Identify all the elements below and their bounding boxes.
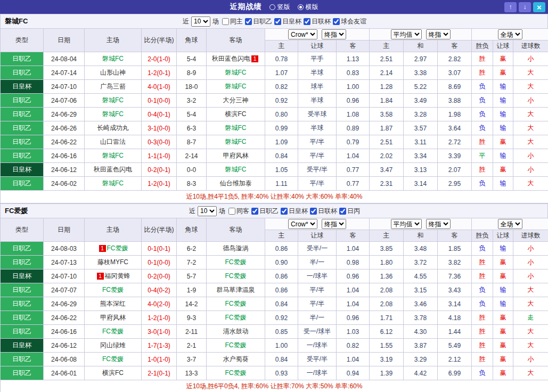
handicap-odds-away: 0.82	[337, 339, 370, 353]
odds-source-select[interactable]: 终指	[322, 29, 346, 39]
avg-odds-away: 7.36	[438, 270, 472, 283]
matches-table: 类型日期主场比分(半场)角球客场Crow*终指平均值终指全场主让球客主和客胜负让…	[0, 28, 548, 203]
match-count-select[interactable]: 10	[198, 206, 217, 216]
scroll-up-button[interactable]: ↑	[504, 2, 517, 12]
avg-odds-away: 2.07	[438, 163, 472, 177]
match-count-select[interactable]: 10	[191, 17, 210, 27]
window-title: 近期战绩	[230, 2, 262, 12]
handicap-odds-away: 0.94	[337, 366, 370, 380]
date-cell: 24-08-03	[44, 242, 85, 256]
home-team-cell: 甲府风林	[85, 311, 142, 325]
result-handicap: 输	[493, 94, 513, 108]
handicap-line: 球半	[298, 80, 337, 94]
corner-cell: 6-3	[177, 121, 207, 135]
odds-source-select[interactable]: 全场	[498, 219, 522, 229]
column-header: 比分(半场)	[142, 29, 177, 52]
league-filter-checkbox-box[interactable]	[304, 18, 310, 25]
odds-source-select[interactable]: Crow*	[288, 219, 317, 229]
odds-source-select[interactable]: 终指	[426, 219, 451, 229]
home-team-cell: FC爱媛	[85, 283, 142, 297]
league-filter-checkbox[interactable]: 日职乙	[245, 17, 272, 26]
league-filter-checkbox-box[interactable]	[251, 208, 258, 215]
same-venue-checkbox-box[interactable]	[222, 18, 229, 25]
close-button[interactable]: ×	[533, 2, 545, 12]
league-cell: 日职乙	[1, 177, 44, 191]
result-goals: 小	[513, 256, 548, 270]
score-cell: 0-2(0-1)	[142, 163, 177, 177]
score-cell: 2-0(1-0)	[142, 52, 177, 66]
league-filter-checkbox-box[interactable]	[274, 18, 281, 25]
date-cell: 24-06-16	[44, 325, 85, 339]
score-cell: 0-1(0-0)	[142, 94, 177, 108]
league-filter-checkbox-box[interactable]	[281, 208, 288, 215]
handicap-odds-home: 0.86	[265, 242, 298, 256]
same-venue-checkbox[interactable]: 同主	[222, 17, 243, 26]
league-filter-checkbox[interactable]: 日联杯	[304, 17, 331, 26]
avg-odds-home: 2.51	[370, 52, 404, 66]
sub-column-header: 进球数	[513, 40, 548, 52]
odds-source-select[interactable]: 全场	[498, 29, 522, 39]
section-filter-bar: FC爱媛近10场同客日职乙日皇杯日联杯日丙	[0, 203, 548, 218]
summary-text: 近10场,胜4平1负5, 胜率:40% 让胜率:40% 大率:60% 单率:40…	[1, 191, 548, 203]
handicap-odds-away: 0.77	[337, 177, 370, 191]
league-cell: 日职乙	[1, 366, 44, 380]
avg-odds-away: 3.14	[438, 297, 472, 311]
score-cell: 1-0(1-0)	[142, 353, 177, 366]
score-cell: 0-1(0-0)	[142, 256, 177, 270]
league-filter-checkbox-box[interactable]	[310, 208, 317, 215]
avg-odds-draw: 3.48	[404, 242, 438, 256]
result-goals: 大	[513, 80, 548, 94]
odds-source-select[interactable]: 终指	[426, 29, 451, 39]
away-team-cell: 水户蜀葵	[207, 353, 265, 366]
league-filter-checkbox[interactable]: 日丙	[339, 207, 360, 216]
league-filter-checkbox[interactable]: 球会友谊	[333, 17, 366, 26]
layout-radio-horizontal[interactable]: 横版	[298, 3, 318, 12]
layout-radio-vertical[interactable]: 竖版	[269, 3, 290, 12]
sub-column-header: 让球	[493, 230, 513, 242]
avg-odds-draw: 2.97	[404, 52, 438, 66]
avg-odds-away: 3.88	[438, 94, 472, 108]
home-team-cell: 山形山神	[85, 66, 142, 80]
match-row: 日职乙24-06-01横滨FC2-1(0-1)13-3FC爱媛0.93一/球半0…	[1, 366, 548, 380]
scroll-down-button[interactable]: ↓	[519, 2, 531, 12]
avg-odds-away: 6.99	[438, 366, 472, 380]
handicap-odds-home: 0.90	[265, 256, 298, 270]
column-header: 客场	[207, 218, 265, 242]
handicap-line: 一/球半	[298, 270, 337, 283]
result-handicap: 输	[493, 108, 513, 121]
away-team-cell: FC爱媛	[207, 256, 265, 270]
home-team-cell: 秋田蓝色闪电	[85, 163, 142, 177]
result-wdl: 负	[472, 80, 493, 94]
column-header: 比分(半场)	[142, 218, 177, 242]
odds-source-select[interactable]: 平均值	[391, 219, 422, 229]
away-team-cell: FC爱媛	[207, 297, 265, 311]
avg-odds-home: 2.08	[370, 283, 404, 297]
same-venue-checkbox[interactable]: 同客	[228, 207, 249, 216]
odds-source-select[interactable]: 终指	[322, 219, 346, 229]
result-goals: 小	[513, 149, 548, 163]
league-filter-checkbox-box[interactable]	[339, 208, 346, 215]
league-filter-checkbox-box[interactable]	[333, 18, 340, 25]
league-filter-checkbox[interactable]: 日职乙	[251, 207, 279, 216]
home-team-cell: 磐城FC	[85, 52, 142, 66]
away-team-cell: 磐城FC	[207, 66, 265, 80]
avg-odds-away: 3.82	[438, 256, 472, 270]
league-cell: 日职乙	[1, 283, 44, 297]
home-team-cell: 1FC爱媛	[85, 242, 142, 256]
titlebar-buttons: ↑ ↓ ×	[504, 2, 548, 12]
corner-cell: 7-2	[177, 256, 207, 270]
league-filter-checkbox[interactable]: 日联杯	[310, 207, 337, 216]
league-filter-checkbox-box[interactable]	[245, 18, 252, 25]
league-filter-checkbox[interactable]: 日皇杯	[274, 17, 301, 26]
team-label: 磐城FC	[225, 83, 247, 90]
odds-source-select[interactable]: Crow*	[288, 29, 317, 39]
team-label: 磐城FC	[225, 69, 247, 76]
league-cell: 日职乙	[1, 94, 44, 108]
match-row: 日职乙24-07-06磐城FC0-1(0-0)3-2大分三神0.92半球0.96…	[1, 94, 548, 108]
corner-cell: 3-7	[177, 353, 207, 366]
odds-source-select[interactable]: 平均值	[391, 29, 422, 39]
away-team-cell: FC爱媛	[207, 339, 265, 353]
league-filter-checkbox[interactable]: 日皇杯	[281, 207, 308, 216]
same-venue-checkbox-box[interactable]	[228, 208, 235, 215]
league-cell: 日职乙	[1, 52, 44, 66]
